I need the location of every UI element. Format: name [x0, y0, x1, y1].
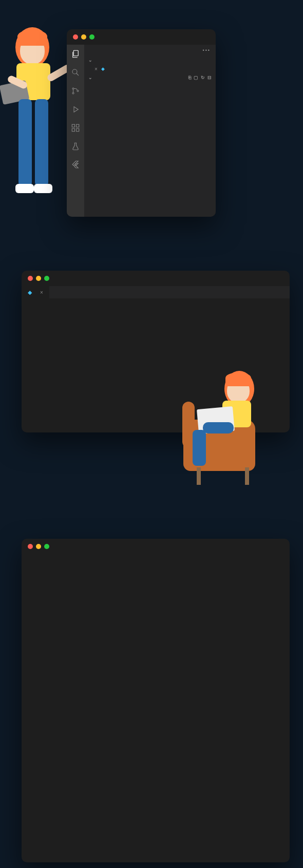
extensions-icon[interactable]: [70, 123, 81, 133]
collapse-icon[interactable]: ⊟: [207, 75, 212, 80]
flutter-icon[interactable]: [70, 160, 81, 170]
tab-main-dart[interactable]: ◆×: [22, 286, 49, 298]
new-folder-icon[interactable]: ▢: [194, 75, 198, 80]
explorer-window: ••• ⌄ ×◆ ⌄ ⎘▢↻⊟: [67, 29, 216, 217]
new-file-icon[interactable]: ⎘: [188, 75, 191, 80]
svg-rect-0: [73, 50, 78, 56]
breadcrumb[interactable]: [22, 554, 290, 558]
svg-point-4: [77, 90, 79, 92]
editor-tabs: ◆×: [22, 286, 290, 298]
character-sitting: [173, 371, 276, 489]
svg-rect-8: [77, 129, 79, 131]
run-debug-bar[interactable]: [22, 303, 290, 305]
files-icon[interactable]: [70, 49, 81, 59]
open-editor-item[interactable]: ×◆: [84, 64, 216, 73]
svg-rect-5: [72, 124, 74, 127]
svg-rect-6: [77, 124, 79, 127]
file-tree: [84, 82, 216, 84]
hero-title-2: [45, 438, 179, 459]
svg-rect-7: [72, 129, 74, 131]
styles-dart-window: [22, 539, 290, 862]
project-header[interactable]: ⌄ ⎘▢↻⊟: [84, 73, 216, 82]
window-controls[interactable]: [67, 29, 216, 45]
svg-point-3: [72, 92, 74, 94]
window-controls[interactable]: [22, 271, 290, 286]
explorer-panel: ••• ⌄ ×◆ ⌄ ⎘▢↻⊟: [84, 45, 216, 217]
search-icon[interactable]: [70, 67, 81, 78]
activity-bar: [67, 45, 84, 217]
more-icon[interactable]: •••: [203, 48, 211, 53]
open-editors-section[interactable]: ⌄: [84, 56, 216, 64]
debug-icon[interactable]: [70, 104, 81, 115]
breadcrumb[interactable]: [22, 298, 290, 303]
close-icon[interactable]: ×: [40, 290, 43, 295]
flask-icon[interactable]: [70, 141, 81, 152]
window-controls[interactable]: [22, 539, 290, 554]
close-icon[interactable]: ×: [94, 66, 98, 72]
svg-point-2: [72, 88, 74, 89]
refresh-icon[interactable]: ↻: [201, 75, 205, 80]
source-control-icon[interactable]: [70, 86, 81, 96]
